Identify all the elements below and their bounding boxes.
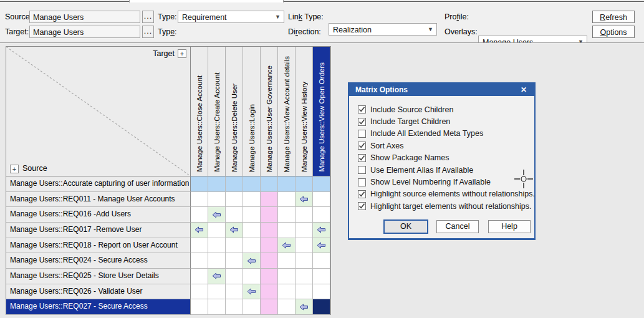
checkbox-option[interactable]: Show Package Names: [358, 152, 534, 164]
matrix-column-header[interactable]: Manage Users::Delete User: [226, 47, 243, 176]
checkbox-unchecked[interactable]: [358, 166, 366, 174]
matrix-row-header[interactable]: Manage Users::REQ016 -Add Users: [6, 207, 191, 223]
cancel-button[interactable]: Cancel: [436, 220, 479, 233]
matrix-cell[interactable]: [313, 299, 330, 315]
matrix-cell[interactable]: [278, 207, 296, 223]
matrix-cell[interactable]: [208, 253, 226, 269]
ok-button[interactable]: OK: [384, 220, 428, 233]
matrix-cell[interactable]: [226, 269, 243, 284]
matrix-cell-relationship[interactable]: [278, 238, 296, 254]
checkbox-checked[interactable]: [358, 142, 366, 150]
checkbox-checked[interactable]: [358, 190, 366, 198]
link-type-combo[interactable]: Realization ▼: [329, 23, 437, 36]
matrix-cell[interactable]: [261, 253, 278, 269]
matrix-cell[interactable]: [208, 238, 226, 254]
matrix-cell[interactable]: [313, 192, 330, 208]
matrix-cell-relationship[interactable]: [313, 223, 330, 238]
checkbox-option[interactable]: Include Source Children: [358, 104, 534, 115]
matrix-column-header[interactable]: Manage Users::View Account details: [278, 47, 296, 176]
matrix-row-header[interactable]: Manage Users::REQ024 - Secure Access: [6, 253, 191, 269]
matrix-cell[interactable]: [278, 223, 296, 238]
matrix-cell[interactable]: [191, 284, 208, 300]
matrix-cell[interactable]: [243, 238, 261, 254]
checkbox-option[interactable]: Highlight target elements without relati…: [358, 200, 534, 212]
matrix-column-header[interactable]: Manage Users::Login: [243, 47, 261, 176]
matrix-cell[interactable]: [296, 238, 313, 254]
matrix-cell[interactable]: [191, 192, 208, 208]
checkbox-option[interactable]: Sort Axes: [358, 140, 534, 152]
matrix-column-header[interactable]: Manage Users::View History: [296, 47, 313, 176]
matrix-cell-relationship[interactable]: [243, 253, 261, 269]
matrix-cell[interactable]: [296, 207, 313, 223]
matrix-cell-relationship[interactable]: [243, 284, 261, 300]
checkbox-unchecked[interactable]: [358, 178, 366, 186]
matrix-cell[interactable]: [313, 176, 330, 192]
matrix-column-header[interactable]: Manage Users::View Open Orders: [313, 47, 330, 176]
source-field[interactable]: Manage Users: [29, 11, 140, 23]
expand-source-button[interactable]: +: [10, 165, 19, 173]
matrix-cell[interactable]: [261, 207, 278, 223]
matrix-cell[interactable]: [191, 299, 208, 315]
matrix-row-header[interactable]: Manage Users::REQ025 - Store User Detail…: [6, 269, 191, 284]
matrix-cell[interactable]: [261, 299, 278, 315]
help-button[interactable]: Help: [488, 220, 531, 233]
matrix-cell[interactable]: [226, 299, 243, 315]
matrix-cell-relationship[interactable]: [191, 223, 208, 238]
matrix-column-header[interactable]: Manage Users::User Governance: [261, 47, 278, 176]
close-icon[interactable]: ✕: [518, 84, 529, 96]
matrix-cell[interactable]: [226, 176, 243, 192]
matrix-cell[interactable]: [313, 207, 330, 223]
matrix-cell[interactable]: [296, 269, 313, 284]
matrix-cell[interactable]: [243, 176, 261, 192]
matrix-cell[interactable]: [296, 284, 313, 300]
matrix-cell[interactable]: [243, 269, 261, 284]
matrix-cell[interactable]: [296, 223, 313, 238]
matrix-cell[interactable]: [208, 192, 226, 208]
matrix-row-header[interactable]: Manage Users::REQ017 -Remove User: [6, 223, 191, 238]
checkbox-unchecked[interactable]: [358, 130, 366, 138]
checkbox-option[interactable]: Show Level Numbering If Available: [358, 176, 534, 188]
matrix-row-header[interactable]: Manage Users::Accurate capturing of user…: [6, 176, 191, 192]
matrix-cell[interactable]: [313, 269, 330, 284]
options-button[interactable]: Options: [592, 26, 635, 38]
matrix-cell-relationship[interactable]: [208, 269, 226, 284]
matrix-cell[interactable]: [261, 284, 278, 300]
matrix-column-header[interactable]: Manage Users::Close Account: [191, 47, 208, 176]
matrix-row-header[interactable]: Manage Users::REQ018 - Report on User Ac…: [6, 238, 191, 254]
expand-target-button[interactable]: +: [178, 49, 186, 58]
matrix-cell[interactable]: [261, 192, 278, 208]
matrix-cell[interactable]: [278, 253, 296, 269]
matrix-cell-relationship[interactable]: [208, 207, 226, 223]
matrix-cell[interactable]: [278, 299, 296, 315]
matrix-cell[interactable]: [243, 223, 261, 238]
checkbox-option[interactable]: Include All Extended Meta Types: [358, 128, 534, 140]
matrix-cell[interactable]: [261, 238, 278, 254]
matrix-cell[interactable]: [278, 176, 296, 192]
matrix-cell[interactable]: [226, 207, 243, 223]
matrix-cell[interactable]: [191, 207, 208, 223]
dialog-title-bar[interactable]: Matrix Options ✕: [349, 84, 534, 96]
matrix-cell[interactable]: [243, 299, 261, 315]
matrix-cell[interactable]: [261, 223, 278, 238]
checkbox-option[interactable]: Highlight source elements without relati…: [358, 188, 534, 200]
checkbox-option[interactable]: Use Element Alias If Available: [358, 164, 534, 176]
matrix-cell[interactable]: [243, 192, 261, 208]
target-browse-button[interactable]: ...: [142, 26, 154, 38]
matrix-cell[interactable]: [226, 192, 243, 208]
matrix-cell[interactable]: [208, 176, 226, 192]
matrix-cell-relationship[interactable]: [296, 299, 313, 315]
matrix-cell[interactable]: [261, 176, 278, 192]
matrix-row-header[interactable]: Manage Users::REQ026 - Validate User: [6, 284, 191, 300]
matrix-cell[interactable]: [191, 253, 208, 269]
matrix-cell[interactable]: [226, 284, 243, 300]
matrix-cell[interactable]: [243, 207, 261, 223]
matrix-cell[interactable]: [191, 238, 208, 254]
matrix-cell[interactable]: [313, 253, 330, 269]
matrix-column-header[interactable]: Manage Users::Create Account: [208, 47, 226, 176]
matrix-cell[interactable]: [191, 269, 208, 284]
source-browse-button[interactable]: ...: [142, 11, 154, 23]
matrix-cell-relationship[interactable]: [226, 223, 243, 238]
matrix-cell[interactable]: [208, 284, 226, 300]
matrix-cell[interactable]: [208, 299, 226, 315]
checkbox-checked[interactable]: [358, 105, 366, 113]
